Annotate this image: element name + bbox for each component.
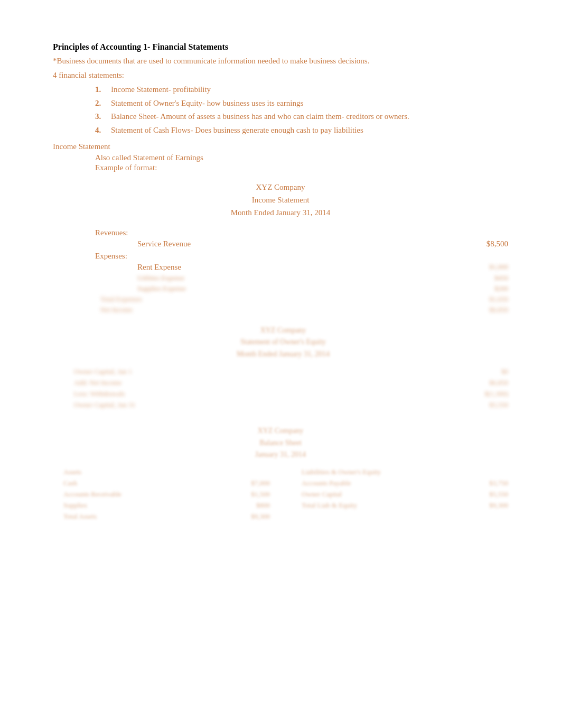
assets-header: Assets (63, 468, 270, 476)
section3-balance-sheet: XYZ Company Balance Sheet January 31, 20… (53, 425, 508, 523)
supplies-row: Supplies $800 (63, 501, 270, 510)
section2-row2: Add: Net Income $6,850 (74, 379, 508, 387)
list-item-1: 1. Income Statement- profitability (95, 83, 508, 97)
list-item-4: 4. Statement of Cash Flows- Does busines… (95, 124, 508, 137)
income-statement-heading: Income Statement (53, 142, 508, 151)
accounts-payable-row: Accounts Payable $3,750 (302, 479, 508, 487)
rent-expense-row: Rent Expense $1,000 (95, 263, 508, 272)
net-income-row: Net Income $6,850 (95, 306, 508, 314)
utilities-expense-name: Utilities Expense (137, 274, 184, 282)
section3-liabilities-col: Liabilities & Owner's Equity Accounts Pa… (302, 468, 508, 523)
total-assets-row: Total Assets $9,300 (63, 512, 270, 521)
page-title: Principles of Accounting 1- Financial St… (53, 42, 508, 52)
intro-line2: 4 financial statements: (53, 69, 508, 81)
section3-statement-type: Balance Sheet (53, 437, 508, 449)
supplies-expense-name: Supplies Expense (137, 284, 186, 293)
accounts-receivable-row: Accounts Receivable $1,500 (63, 490, 270, 499)
company-name: XYZ Company (53, 181, 508, 193)
expenses-label: Expenses: (95, 252, 508, 261)
supplies-expense-row: Supplies Expense $200 (95, 284, 508, 293)
total-expenses-label: Total Expenses (100, 295, 142, 303)
service-revenue-row: Service Revenue $8,500 (95, 239, 508, 248)
list-item-3: 3. Balance Sheet- Amount of assets a bus… (95, 110, 508, 124)
net-income-amount: $6,850 (489, 306, 508, 314)
company-block: XYZ Company Income Statement Month Ended… (53, 181, 508, 219)
section2-row1: Owner Capital, Jan 1 $0 (74, 367, 508, 376)
intro-line1: *Business documents that are used to com… (53, 55, 508, 67)
cash-row: Cash $7,000 (63, 479, 270, 487)
section3-period: January 31, 2014 (53, 449, 508, 460)
section2-row3: Less: Withdrawals $(1,300) (74, 390, 508, 398)
statement-type: Income Statement (53, 193, 508, 206)
net-income-label: Net Income (100, 306, 133, 314)
section2-company-block: XYZ Company Statement of Owner's Equity … (58, 325, 508, 360)
rent-expense-amount: $1,000 (489, 263, 508, 272)
service-revenue-amount: $8,500 (487, 239, 508, 248)
statement-period: Month Ended January 31, 2014 (53, 206, 508, 219)
section3-company-name: XYZ Company (53, 425, 508, 437)
supplies-expense-amount: $200 (494, 284, 508, 293)
section3-columns: Assets Cash $7,000 Accounts Receivable $… (53, 468, 508, 523)
section2-row4: Owner Capital, Jan 31 $5,550 (74, 401, 508, 409)
utilities-expense-row: Utilities Expense $450 (95, 274, 508, 282)
section2-company-name: XYZ Company (58, 325, 508, 336)
utilities-expense-amount: $450 (494, 274, 508, 282)
section2-financial-block: Owner Capital, Jan 1 $0 Add: Net Income … (58, 367, 508, 409)
section3-company-block: XYZ Company Balance Sheet January 31, 20… (53, 425, 508, 460)
total-expenses-amount: $1,650 (489, 295, 508, 303)
liabilities-header: Liabilities & Owner's Equity (302, 468, 508, 476)
rent-expense-name: Rent Expense (137, 263, 181, 272)
total-liabilities-row: Total Liab & Equity $9,300 (302, 501, 508, 510)
section2-owners-equity: XYZ Company Statement of Owner's Equity … (53, 325, 508, 409)
owner-capital-row: Owner Capital $5,550 (302, 490, 508, 499)
service-revenue-name: Service Revenue (137, 239, 191, 248)
revenues-label: Revenues: (95, 228, 508, 237)
section3-assets-col: Assets Cash $7,000 Accounts Receivable $… (63, 468, 270, 523)
section2-statement-type: Statement of Owner's Equity (58, 336, 508, 348)
also-called: Also called Statement of Earnings (53, 153, 508, 162)
example-format: Example of format: (53, 163, 508, 172)
total-expenses-row: Total Expenses $1,650 (95, 295, 508, 303)
list-item-2: 2. Statement of Owner's Equity- how busi… (95, 97, 508, 110)
section2-period: Month Ended January 31, 2014 (58, 348, 508, 360)
